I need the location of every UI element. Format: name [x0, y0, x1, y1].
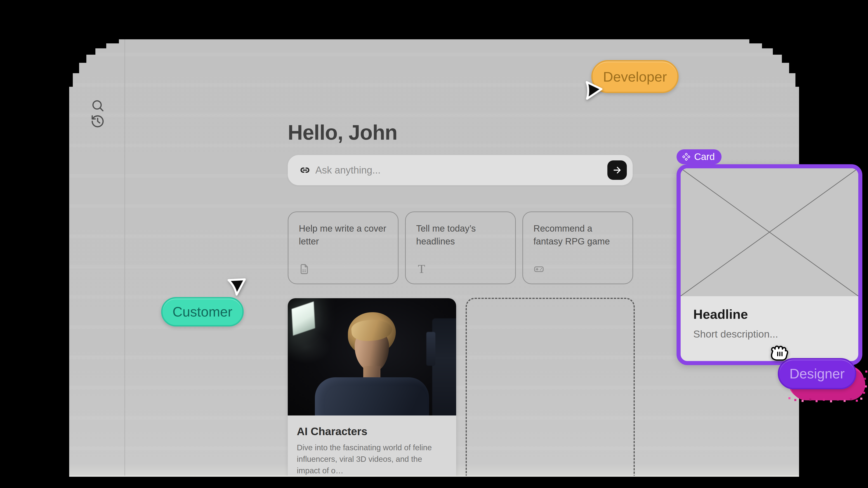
- collaborator-pill-developer: Developer: [591, 60, 679, 93]
- page-title: Hello, John: [288, 121, 397, 144]
- collaborator-pill-designer: Designer: [778, 358, 856, 389]
- suggestion-label: Help me write a cover letter: [299, 222, 389, 248]
- ai-character-photo: [288, 298, 456, 416]
- search-icon[interactable]: [91, 98, 105, 112]
- suggestion-card-cover-letter[interactable]: Help me write a cover letter: [288, 212, 399, 284]
- content-card-title: AI Characters: [297, 425, 367, 437]
- content-card-description: Dive into the fascinating world of felin…: [297, 442, 446, 476]
- collaborator-label: Designer: [789, 366, 844, 382]
- gamepad-icon: [533, 264, 544, 274]
- suggestion-label: Recommend a fantasy RPG game: [533, 222, 623, 248]
- component-headline: Headline: [693, 306, 748, 322]
- collaborator-pill-customer: Customer: [161, 297, 244, 326]
- designer-grab-hand-cursor-icon: [769, 344, 791, 361]
- collaborator-label: Customer: [173, 304, 232, 320]
- collaborator-label: Developer: [603, 69, 667, 85]
- file-document-icon: [299, 264, 310, 274]
- link-icon: [300, 165, 310, 175]
- photo-person-torso: [315, 377, 429, 416]
- drop-zone-placeholder[interactable]: [466, 298, 635, 477]
- canvas: { "window": { "greeting": "Hello, John" …: [0, 0, 868, 488]
- ask-input[interactable]: [315, 155, 633, 185]
- component-description: Short description...: [693, 328, 778, 340]
- photo-camera-silhouette: [432, 318, 456, 416]
- suggestion-label: Tell me today’s headlines: [416, 222, 506, 248]
- sidebar-divider: [125, 39, 125, 477]
- component-card[interactable]: Headline Short description...: [677, 164, 862, 365]
- content-card-ai-characters[interactable]: AI Characters Dive into the fascinating …: [288, 298, 456, 477]
- image-placeholder: [681, 168, 858, 296]
- glitch-noise: [788, 397, 790, 399]
- suggestion-card-rpg-game[interactable]: Recommend a fantasy RPG game: [522, 212, 633, 284]
- suggestion-card-headlines[interactable]: Tell me today’s headlines T: [405, 212, 516, 284]
- ask-bar[interactable]: [288, 155, 633, 185]
- typography-icon: T: [416, 264, 427, 274]
- arrow-right-icon: [612, 165, 622, 175]
- component-badge: Card: [677, 149, 721, 164]
- send-button[interactable]: [608, 160, 627, 180]
- history-icon[interactable]: [90, 114, 105, 129]
- component-badge-label: Card: [694, 151, 715, 162]
- component-icon: [682, 153, 690, 161]
- developer-arrow-cursor-icon: [581, 79, 604, 103]
